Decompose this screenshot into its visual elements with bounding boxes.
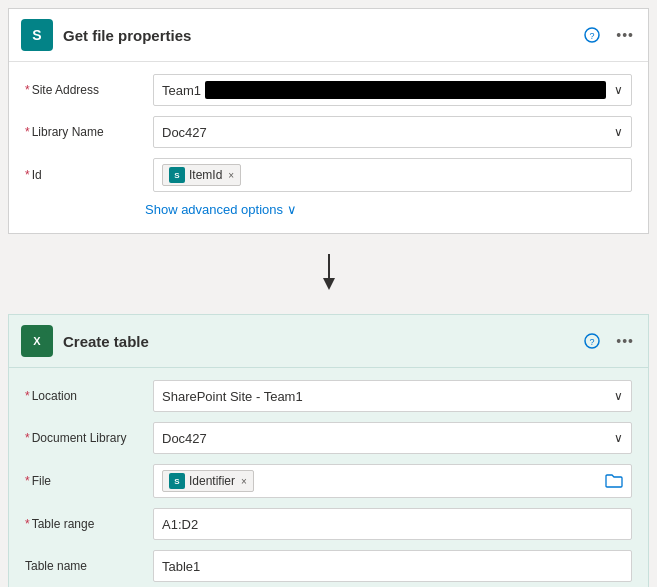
location-row: *Location SharePoint Site - Team1 ∨ (25, 380, 632, 412)
card1-help-button[interactable]: ? (582, 25, 602, 45)
id-field[interactable]: S ItemId × (153, 158, 632, 192)
site-address-label: *Site Address (25, 83, 145, 97)
site-address-dropdown[interactable]: Team1 ∨ (153, 74, 632, 106)
document-library-row: *Document Library Doc427 ∨ (25, 422, 632, 454)
file-label: *File (25, 474, 145, 488)
card2-actions: ? ••• (582, 331, 636, 351)
table-name-input[interactable]: Table1 (153, 550, 632, 582)
table-range-label: *Table range (25, 517, 145, 531)
card1-title: Get file properties (63, 27, 572, 44)
card2-icon: X (21, 325, 53, 357)
tag-icon: S (169, 167, 185, 183)
svg-text:X: X (33, 335, 41, 347)
identifier-tag: S Identifier × (162, 470, 254, 492)
card1-icon: S (21, 19, 53, 51)
redacted-value (205, 81, 606, 99)
show-advanced-options[interactable]: Show advanced options ∨ (25, 202, 632, 217)
document-library-label: *Document Library (25, 431, 145, 445)
id-row: *Id S ItemId × (25, 158, 632, 192)
site-address-row: *Site Address Team1 ∨ (25, 74, 632, 106)
card2-header: X Create table ? ••• (9, 315, 648, 368)
table-name-label: Table name (25, 559, 145, 573)
card1-body: *Site Address Team1 ∨ *Library Name Doc4… (9, 62, 648, 233)
create-table-card: X Create table ? ••• *Location SharePoin… (8, 314, 649, 587)
document-library-dropdown[interactable]: Doc427 ∨ (153, 422, 632, 454)
tag-icon: S (169, 473, 185, 489)
table-name-row: Table name Table1 (25, 550, 632, 582)
svg-text:?: ? (590, 337, 595, 347)
card1-more-button[interactable]: ••• (614, 25, 636, 45)
table-range-row: *Table range A1:D2 (25, 508, 632, 540)
file-tag-row: S Identifier × (162, 470, 254, 492)
svg-marker-3 (323, 278, 335, 290)
itemid-tag: S ItemId × (162, 164, 241, 186)
card2-body: *Location SharePoint Site - Team1 ∨ *Doc… (9, 368, 648, 587)
location-dropdown[interactable]: SharePoint Site - Team1 ∨ (153, 380, 632, 412)
library-name-label: *Library Name (25, 125, 145, 139)
card1-actions: ? ••• (582, 25, 636, 45)
card2-more-button[interactable]: ••• (614, 331, 636, 351)
table-range-input[interactable]: A1:D2 (153, 508, 632, 540)
tag-close-icon[interactable]: × (241, 476, 247, 487)
card2-title: Create table (63, 333, 572, 350)
file-field[interactable]: S Identifier × (153, 464, 632, 498)
connector-arrow (0, 242, 657, 306)
svg-text:?: ? (590, 31, 595, 41)
library-name-dropdown[interactable]: Doc427 ∨ (153, 116, 632, 148)
card1-header: S Get file properties ? ••• (9, 9, 648, 62)
card2-help-button[interactable]: ? (582, 331, 602, 351)
file-row: *File S Identifier × (25, 464, 632, 498)
chevron-down-icon: ∨ (614, 389, 623, 403)
chevron-down-icon: ∨ (614, 83, 623, 97)
chevron-down-icon: ∨ (287, 202, 297, 217)
tag-close-icon[interactable]: × (228, 170, 234, 181)
library-name-row: *Library Name Doc427 ∨ (25, 116, 632, 148)
id-label: *Id (25, 168, 145, 182)
chevron-down-icon: ∨ (614, 125, 623, 139)
folder-browse-button[interactable] (605, 473, 623, 489)
get-file-properties-card: S Get file properties ? ••• *Site Addres… (8, 8, 649, 234)
location-label: *Location (25, 389, 145, 403)
chevron-down-icon: ∨ (614, 431, 623, 445)
